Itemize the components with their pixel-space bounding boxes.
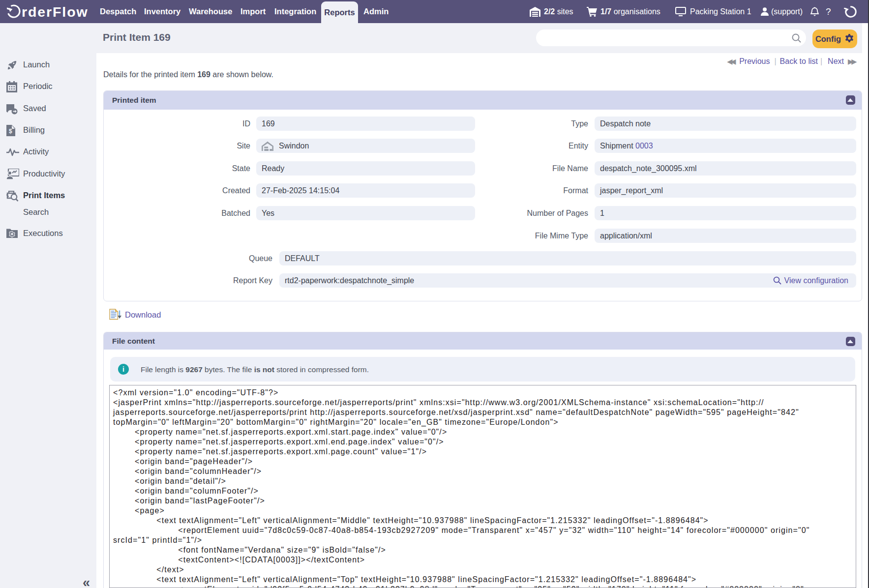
svg-text:$: $ bbox=[9, 128, 12, 135]
svg-text:rderFlow: rderFlow bbox=[22, 4, 89, 20]
